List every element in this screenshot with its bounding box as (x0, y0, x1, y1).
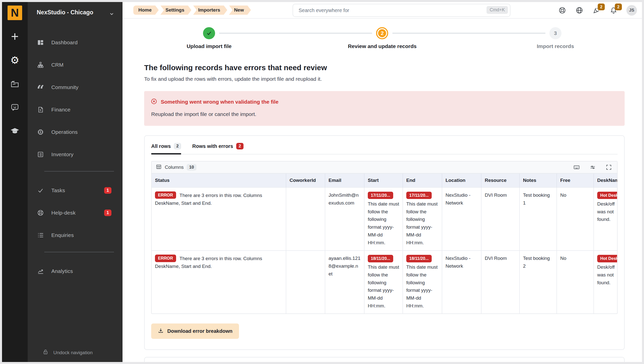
date-error-message: This date must follow the following form… (406, 200, 438, 247)
date-error-message: This date must follow the following form… (406, 263, 438, 310)
notifications-bell-icon[interactable]: 2 (609, 6, 618, 15)
keyboard-shortcut-chip: Cmd+K (487, 6, 508, 14)
gear-icon[interactable] (8, 53, 22, 67)
col-coworkerid[interactable]: CoworkerId (286, 174, 325, 187)
tabs: All rows 2 Rows with errors 2 (151, 136, 618, 154)
graduation-cap-icon[interactable] (8, 124, 22, 138)
sidebar-divider (44, 252, 114, 252)
cell-free: No (557, 187, 594, 251)
cell-status: ERRORThere are 3 errors in this row. Col… (152, 187, 286, 251)
records-table-frame: Columns 10 (151, 161, 618, 314)
validation-error-alert: Something went wrong when validating the… (144, 91, 625, 126)
cell-coworkerid (286, 187, 325, 251)
col-email[interactable]: Email (325, 174, 364, 187)
breadcrumb-home[interactable]: Home (133, 6, 159, 15)
invalid-desk-badge: Hot Desk... (597, 192, 617, 199)
invalid-date-badge: 17/11/20... (368, 192, 393, 199)
col-notes[interactable]: Notes (519, 174, 557, 187)
invalid-date-badge: 18/11/20... (368, 255, 393, 262)
import-stepper: Upload import file 2 Review and update r… (123, 23, 642, 55)
step-review-and-update-records: 2 Review and update records (296, 23, 469, 49)
sidebar-item-enquiries[interactable]: Enquiries (37, 224, 115, 246)
fullscreen-expand-icon[interactable] (605, 163, 613, 172)
workspace-switcher[interactable]: NexStudio - Chicago (37, 9, 115, 18)
keyboard-shortcuts-icon[interactable] (572, 163, 581, 172)
sidebar-item-inventory[interactable]: Inventory (37, 143, 115, 166)
sidebar-item-tasks[interactable]: Tasks 1 (37, 179, 115, 201)
col-resource[interactable]: Resource (481, 174, 519, 187)
date-error-message: This date must follow the following form… (368, 263, 399, 310)
page-subtitle: To fix and upload the rows with errors, … (144, 76, 625, 82)
breadcrumb-settings[interactable]: Settings (160, 6, 191, 15)
col-end[interactable]: End (403, 174, 442, 187)
document-icon (37, 106, 44, 113)
next-section-card (144, 357, 625, 362)
download-icon (158, 328, 164, 335)
dashboard-icon (37, 39, 44, 46)
undock-navigation-button[interactable]: Undock navigation (42, 349, 93, 356)
step-upload-import-file: Upload import file (123, 23, 296, 49)
globe-icon[interactable] (575, 6, 584, 15)
chat-feedback-icon[interactable] (8, 100, 22, 115)
tab-rows-with-errors[interactable]: Rows with errors 2 (192, 143, 244, 154)
folder-icon[interactable] (8, 76, 22, 91)
help-lifebuoy-icon[interactable] (558, 6, 567, 15)
add-icon[interactable] (8, 29, 22, 44)
user-avatar[interactable]: JS (626, 5, 637, 16)
table-row: ERRORThere are 3 errors in this row. Col… (152, 187, 617, 251)
step-active-indicator: 2 (376, 27, 388, 39)
col-start[interactable]: Start (364, 174, 403, 187)
columns-count-badge: 10 (187, 164, 196, 171)
icon-rail: N (2, 2, 28, 362)
sidebar-item-crm[interactable]: CRM (37, 54, 115, 76)
col-location[interactable]: Location (442, 174, 481, 187)
breadcrumb-importers[interactable]: Importers (193, 6, 227, 15)
columns-button[interactable]: Columns 10 (156, 164, 196, 171)
tab-all-rows[interactable]: All rows 2 (151, 143, 181, 154)
cell-start: 18/11/20... This date must follow the fo… (364, 251, 403, 313)
list-box-icon (37, 151, 44, 158)
breadcrumb-new[interactable]: New (229, 6, 251, 15)
chart-icon (37, 267, 44, 275)
cell-location: NexStudio - Network (442, 251, 481, 313)
alert-body: Reupload the import file or cancel the i… (151, 111, 618, 117)
cell-end: 18/11/20... This date must follow the fo… (403, 251, 442, 313)
global-search: Cmd+K (293, 4, 510, 17)
page-title: The following records have errors that n… (144, 63, 625, 72)
check-icon (37, 187, 44, 194)
brand-logo[interactable]: N (8, 6, 22, 20)
col-free[interactable]: Free (557, 174, 594, 187)
cell-location: NexStudio - Network (442, 187, 481, 251)
sidebar: NexStudio - Chicago Dashboard CRM Commun (28, 2, 123, 362)
desk-error-message: Desk/off was not found. (597, 263, 617, 287)
topbar: Home Settings Importers New Cmd+K 2 (123, 2, 642, 19)
help-desk-count-badge: 1 (104, 210, 111, 216)
cell-deskname: Hot Desk... Desk/off was not found. (594, 187, 617, 251)
col-status[interactable]: Status (152, 174, 286, 187)
table-toolbar: Columns 10 (152, 161, 617, 174)
col-deskname[interactable]: DeskName (594, 174, 617, 187)
chip-icon (37, 128, 44, 136)
table-toolbar-actions (572, 163, 613, 172)
invalid-date-badge: 18/11/20... (406, 255, 432, 262)
announcements-icon[interactable]: 2 (592, 6, 601, 15)
cell-status: ERRORThere are 3 errors in this row. Col… (152, 251, 286, 313)
download-error-breakdown-button[interactable]: Download error breakdown (151, 323, 239, 339)
topbar-actions: 2 2 JS (558, 2, 637, 19)
filters-sliders-icon[interactable] (588, 163, 597, 172)
breadcrumb: Home Settings Importers New (133, 6, 251, 15)
undock-label: Undock navigation (53, 350, 93, 355)
sidebar-item-help-desk[interactable]: Help-desk 1 (37, 201, 115, 224)
search-input[interactable] (293, 4, 510, 17)
sidebar-item-finance[interactable]: Finance (37, 98, 115, 121)
sidebar-item-analytics[interactable]: Analytics (37, 260, 115, 282)
table-header-row: Status CoworkerId Email Start End Locati… (152, 174, 617, 187)
sidebar-item-community[interactable]: Community (37, 76, 115, 98)
sidebar-item-operations[interactable]: Operations (37, 121, 115, 143)
sidebar-nav: Dashboard CRM Community Finance (37, 31, 115, 282)
cell-coworkerid (286, 251, 325, 313)
lock-icon (42, 349, 49, 356)
sidebar-item-dashboard[interactable]: Dashboard (37, 31, 115, 54)
desk-error-message: Desk/off was not found. (597, 200, 617, 223)
sidebar-divider (44, 171, 114, 172)
